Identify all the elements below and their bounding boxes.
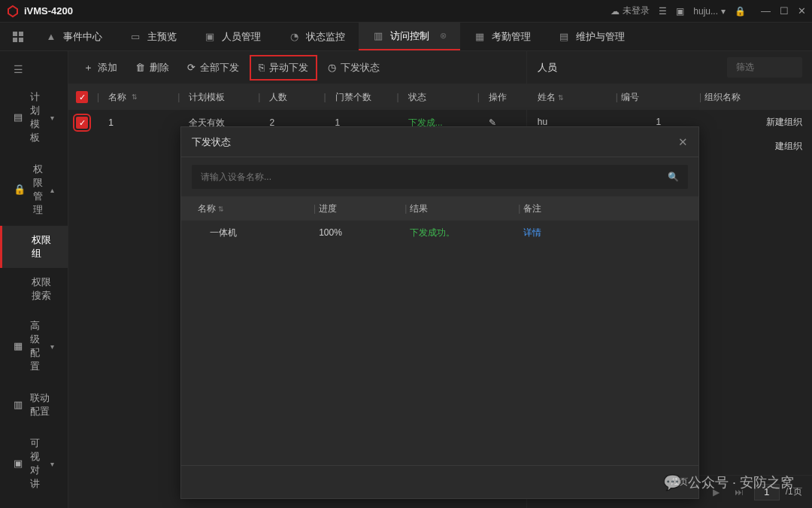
col-org[interactable]: 组织名称 (704, 91, 802, 104)
login-status[interactable]: ☁ 未登录 (611, 5, 650, 17)
sidebar-label: 可视对讲 (30, 437, 43, 491)
rightpane-columns: 姓名⇅ | 编号 | 组织名称 (527, 84, 812, 110)
sidebar-sub-permission-group[interactable]: 权限组 (0, 226, 68, 268)
sidebar-toggle-icon[interactable]: ☰ (0, 57, 68, 81)
tab-label: 考勤管理 (492, 30, 531, 44)
modal-search[interactable]: 🔍 (192, 165, 688, 189)
tab-attendance[interactable]: ▦考勤管理 (460, 23, 544, 50)
col-person-name[interactable]: 姓名⇅ (538, 91, 613, 104)
apply-diff-button[interactable]: ⎘异动下发 (250, 55, 317, 81)
modal-titlebar: 下发状态 ✕ (181, 127, 698, 157)
sidebar-item-linkage[interactable]: ▥ 联动配置 (0, 382, 68, 427)
chevron-down-icon: ▾ (721, 6, 726, 17)
modal-title-text: 下发状态 (192, 135, 231, 149)
link-icon: ▥ (14, 399, 23, 411)
btn-label: 添加 (98, 61, 117, 75)
row-checkbox[interactable]: ✓ (76, 117, 88, 129)
apps-grid-icon[interactable] (5, 23, 32, 50)
col-progress: 进度 (319, 202, 401, 215)
tab-person-manage[interactable]: ▣人员管理 (190, 23, 274, 50)
cell-device: 一体机 (198, 227, 311, 239)
delete-button[interactable]: 🗑删除 (128, 56, 177, 79)
tab-close-icon[interactable]: ⊗ (440, 31, 447, 41)
select-all-checkbox[interactable]: ✓ (76, 91, 88, 103)
list-icon[interactable]: ☰ (659, 6, 667, 17)
col-label: 备注 (523, 203, 541, 214)
sort-icon: ⇅ (558, 94, 564, 102)
diff-icon: ⎘ (259, 62, 265, 73)
cell-id: 1 (621, 117, 696, 127)
sidebar-item-permission[interactable]: 🔒 权限管理 ▴ (0, 154, 68, 226)
search-icon[interactable]: 🔍 (668, 172, 679, 182)
plus-icon: ＋ (83, 61, 93, 75)
cloud-icon: ☁ (611, 6, 620, 17)
col-label: 操作 (489, 91, 507, 104)
user-menu[interactable]: huju... ▾ (693, 6, 726, 17)
sidebar-label: 高级配置 (30, 319, 43, 373)
chevron-down-icon: ▾ (50, 342, 54, 351)
tab-label: 访问控制 (390, 29, 429, 43)
bell-icon: ▲ (45, 31, 57, 43)
minimize-button[interactable]: — (761, 5, 771, 17)
modal-close-icon[interactable]: ✕ (678, 135, 688, 149)
col-count[interactable]: 人数 (269, 91, 314, 104)
col-device-name[interactable]: 名称⇅ (198, 202, 311, 215)
sidebar-item-plan-template[interactable]: ▤ 计划模板 ▾ (0, 81, 68, 154)
col-plan[interactable]: 计划模板 (189, 91, 249, 104)
titlebar-right: ☁ 未登录 ☰ ▣ huju... ▾ 🔒 — ☐ ✕ (611, 5, 806, 17)
apply-status-button[interactable]: ◷下发状态 (320, 56, 387, 79)
maximize-button[interactable]: ☐ (780, 5, 789, 17)
col-label: 编号 (621, 92, 639, 102)
btn-label: 下发状态 (341, 61, 380, 75)
btn-label: 异动下发 (269, 61, 308, 75)
rightpane-header: 人员 筛选 (527, 51, 812, 84)
tab-access-control[interactable]: ▥访问控制⊗ (359, 23, 460, 50)
tab-status-monitor[interactable]: ◔状态监控 (274, 23, 359, 50)
trash-icon: 🗑 (135, 62, 145, 73)
sidebar-item-advanced[interactable]: ▦ 高级配置 ▾ (0, 310, 68, 382)
detail-link[interactable]: 详情 (523, 227, 682, 239)
tab-label: 状态监控 (306, 30, 345, 44)
col-doors[interactable]: 门禁个数 (335, 91, 388, 104)
sidebar: ☰ ▤ 计划模板 ▾ 🔒 权限管理 ▴ 权限组 权限搜索 ▦ 高级配置 ▾ ▥ … (0, 51, 68, 508)
col-status[interactable]: 状态 (408, 91, 468, 104)
cell-index: 1 (108, 117, 129, 128)
close-button[interactable]: ✕ (798, 5, 806, 17)
filter-input[interactable]: 筛选 (727, 57, 802, 78)
apply-all-button[interactable]: ⟳全部下发 (180, 56, 247, 79)
watermark: 💬 公众号 · 安防之窝 (663, 473, 794, 491)
sidebar-sub-permission-search[interactable]: 权限搜索 (0, 268, 68, 310)
tab-maintenance[interactable]: ▤维护与管理 (544, 23, 638, 50)
col-label: 姓名 (538, 92, 556, 102)
image-icon[interactable]: ▣ (676, 6, 684, 17)
chevron-down-icon: ▾ (50, 114, 54, 122)
sidebar-sub-label: 权限组 (32, 234, 51, 259)
tab-main-preview[interactable]: ▭主预览 (116, 23, 190, 50)
svg-rect-4 (19, 38, 23, 42)
col-operation: 操作 (489, 91, 519, 104)
sidebar-label: 权限管理 (33, 163, 43, 217)
col-label: 计划模板 (189, 91, 225, 104)
sidebar-sub-label: 权限搜索 (32, 276, 51, 301)
svg-marker-0 (8, 6, 17, 17)
device-search-input[interactable] (201, 172, 668, 182)
col-person-id[interactable]: 编号 (621, 91, 696, 104)
chevron-down-icon: ▾ (50, 460, 54, 468)
sort-icon: ⇅ (218, 205, 224, 213)
cell-org: 建组织 (704, 140, 802, 153)
cell-name: hu (538, 117, 613, 127)
col-name[interactable]: 名称⇅ (108, 91, 168, 104)
col-result: 结果 (410, 202, 515, 215)
lock-icon[interactable]: 🔒 (735, 6, 746, 17)
col-label: 状态 (408, 91, 426, 104)
calendar-icon: ▦ (474, 31, 486, 43)
wrench-icon: ▤ (558, 31, 570, 43)
add-button[interactable]: ＋添加 (76, 56, 125, 79)
col-label: 结果 (410, 203, 428, 214)
tab-label: 主预览 (147, 30, 177, 44)
config-icon: ▦ (14, 340, 23, 352)
tab-event-center[interactable]: ▲事件中心 (32, 23, 116, 50)
apply-status-modal: 下发状态 ✕ 🔍 名称⇅ | 进度 | 结果 | 备注 一体机 | 100% |… (180, 126, 699, 499)
sidebar-item-intercom[interactable]: ▣ 可视对讲 ▾ (0, 427, 68, 500)
modal-pager: /1页 (181, 465, 698, 498)
